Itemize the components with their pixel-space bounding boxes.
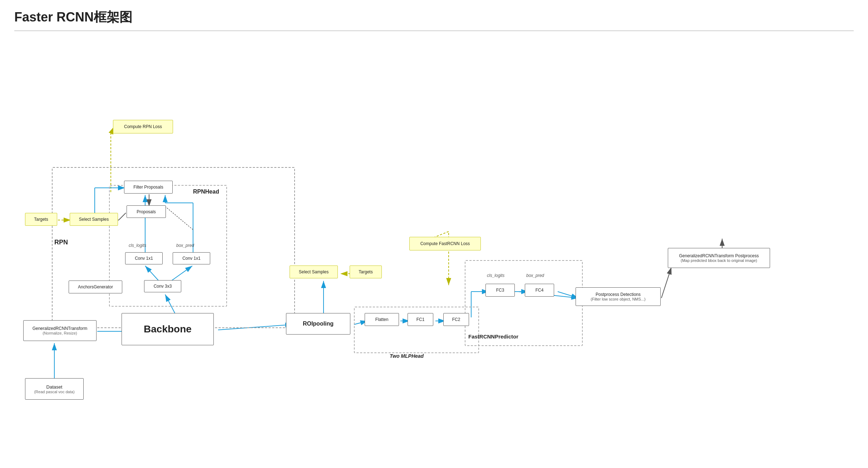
backbone-box: Backbone	[122, 313, 214, 345]
filter-proposals-box: Filter Proposals	[124, 181, 173, 194]
fc2-box: FC2	[443, 313, 469, 326]
conv1x1-cls-box: Conv 1x1	[125, 252, 163, 264]
conv3x3-label: Conv 3x3	[154, 284, 172, 289]
backbone-label: Backbone	[144, 323, 192, 335]
gcnn-postprocess-label: GeneralizedRCNNTransform Postprocess	[679, 253, 759, 258]
compute-fastrcnn-loss-label: Compute FastRCNN Loss	[420, 241, 470, 246]
fastrcnn-predictor-label: FastRCNNPredictor	[468, 333, 518, 340]
diagram-area: RPN RPNHead FastRCNNPredictor Two MLPHea…	[0, 31, 868, 468]
cls-logits-fast-label: cls_logits	[487, 273, 504, 278]
postprocess-detections-box: Postprocess Detections (Filter low score…	[576, 287, 661, 306]
compute-rpn-loss-box: Compute RPN Loss	[113, 120, 173, 133]
anchors-generator-label: AnchorsGenerator	[78, 284, 113, 289]
compute-rpn-loss-label: Compute RPN Loss	[124, 124, 162, 129]
targets-left-box: Targets	[25, 213, 57, 226]
select-samples-left-box: Select Samples	[70, 213, 118, 226]
fc1-label: FC1	[416, 317, 425, 322]
select-samples-right-label: Select Samples	[299, 269, 329, 274]
targets-right-label: Targets	[359, 269, 373, 274]
fc2-label: FC2	[452, 317, 460, 322]
proposals-label: Proposals	[137, 209, 156, 214]
targets-left-label: Targets	[34, 217, 48, 222]
dataset-label: Dataset	[46, 384, 63, 390]
page-title: Faster RCNN框架图	[0, 0, 868, 30]
conv1x1-box-box: Conv 1x1	[173, 252, 210, 264]
select-samples-left-label: Select Samples	[79, 217, 109, 222]
box-pred-rpn-label: box_pred	[176, 243, 194, 248]
targets-right-box: Targets	[350, 265, 382, 278]
fc3-label: FC3	[496, 288, 504, 293]
roipooling-box: ROIpooling	[286, 313, 350, 335]
gcnn-postprocess-box: GeneralizedRCNNTransform Postprocess (Ma…	[668, 248, 770, 268]
rpn-label: RPN	[54, 239, 68, 246]
anchors-generator-box: AnchorsGenerator	[69, 281, 122, 293]
conv1x1-box-label: Conv 1x1	[182, 256, 201, 261]
fc1-box: FC1	[408, 313, 433, 326]
conv1x1-cls-label: Conv 1x1	[135, 256, 153, 261]
fc4-label: FC4	[536, 288, 544, 293]
postprocess-detections-label: Postprocess Detections	[596, 292, 641, 297]
dataset-sublabel: (Read pascal voc data)	[34, 390, 74, 394]
cls-logits-rpn-label: cls_logits	[129, 243, 146, 248]
fastrcnn-region-box	[465, 260, 583, 346]
gcnn-transform-label: GeneralizedRCNNTransform	[33, 326, 88, 331]
compute-fastrcnn-loss-box: Compute FastRCNN Loss	[409, 237, 481, 250]
filter-proposals-label: Filter Proposals	[133, 185, 163, 190]
dataset-box: Dataset (Read pascal voc data)	[25, 378, 84, 400]
select-samples-right-box: Select Samples	[290, 265, 338, 278]
rpnhead-label: RPNHead	[193, 189, 219, 195]
proposals-box: Proposals	[127, 205, 166, 218]
page-header: Faster RCNN框架图	[0, 0, 868, 31]
conv3x3-box: Conv 3x3	[144, 280, 181, 292]
gcnn-postprocess-sublabel: (Map predicted bbox back to original ima…	[681, 258, 757, 263]
svg-line-26	[661, 267, 671, 298]
fc4-box: FC4	[525, 284, 554, 297]
box-pred-fast-label: box_pred	[526, 273, 544, 278]
flatten-box: Flatten	[365, 313, 399, 326]
generalizedrcnn-transform-box: GeneralizedRCNNTransform (Normalize, Res…	[23, 320, 97, 341]
roipooling-label: ROIpooling	[303, 321, 334, 327]
two-mlphead-label: Two MLPHead	[390, 353, 424, 359]
gcnn-transform-sublabel: (Normalize, Resize)	[43, 331, 77, 335]
fc3-box: FC3	[485, 284, 515, 297]
flatten-label: Flatten	[375, 317, 389, 322]
postprocess-detections-sublabel: (Filter low score object, NMS...)	[591, 297, 645, 301]
